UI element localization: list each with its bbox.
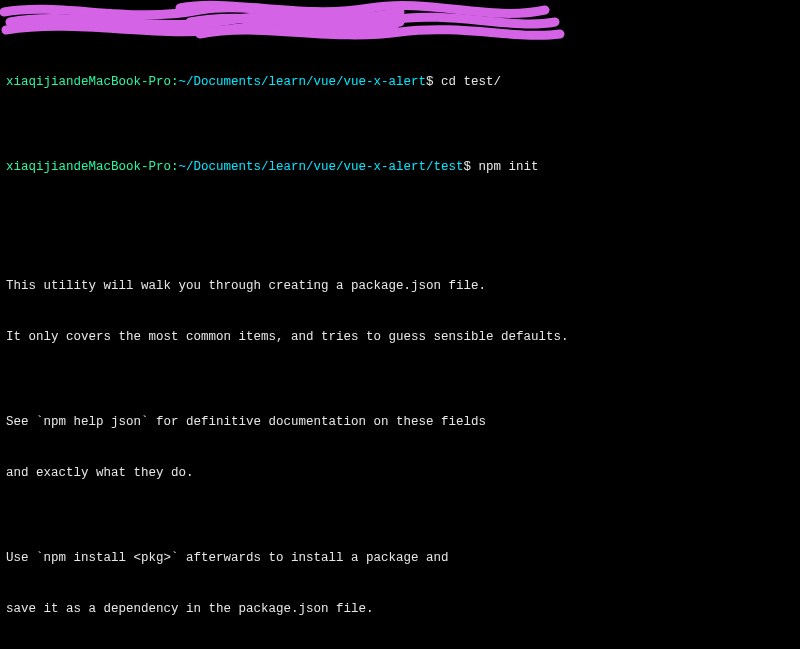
output-text: This utility will walk you through creat…: [6, 278, 794, 295]
redaction-scribble-icon: [0, 0, 800, 50]
shell-line-2: xiaqijiandeMacBook-Pro:~/Documents/learn…: [6, 159, 794, 176]
prompt-userhost: xiaqijiandeMacBook-Pro:: [6, 75, 179, 89]
shell-line-1: xiaqijiandeMacBook-Pro:~/Documents/learn…: [6, 74, 794, 91]
command-text: cd test/: [441, 75, 501, 89]
output-text: It only covers the most common items, an…: [6, 329, 794, 346]
terminal-window[interactable]: xiaqijiandeMacBook-Pro:~/Documents/learn…: [0, 0, 800, 649]
prompt-dollar: $: [464, 160, 479, 174]
output-text: Use `npm install <pkg>` afterwards to in…: [6, 550, 794, 567]
command-text: npm init: [479, 160, 539, 174]
output-text: save it as a dependency in the package.j…: [6, 601, 794, 618]
prompt-cwd: ~/Documents/learn/vue/vue-x-alert: [179, 75, 427, 89]
output-text: See `npm help json` for definitive docum…: [6, 414, 794, 431]
prompt-dollar: $: [426, 75, 441, 89]
prompt-userhost: xiaqijiandeMacBook-Pro:: [6, 160, 179, 174]
output-text: and exactly what they do.: [6, 465, 794, 482]
prompt-cwd: ~/Documents/learn/vue/vue-x-alert/test: [179, 160, 464, 174]
